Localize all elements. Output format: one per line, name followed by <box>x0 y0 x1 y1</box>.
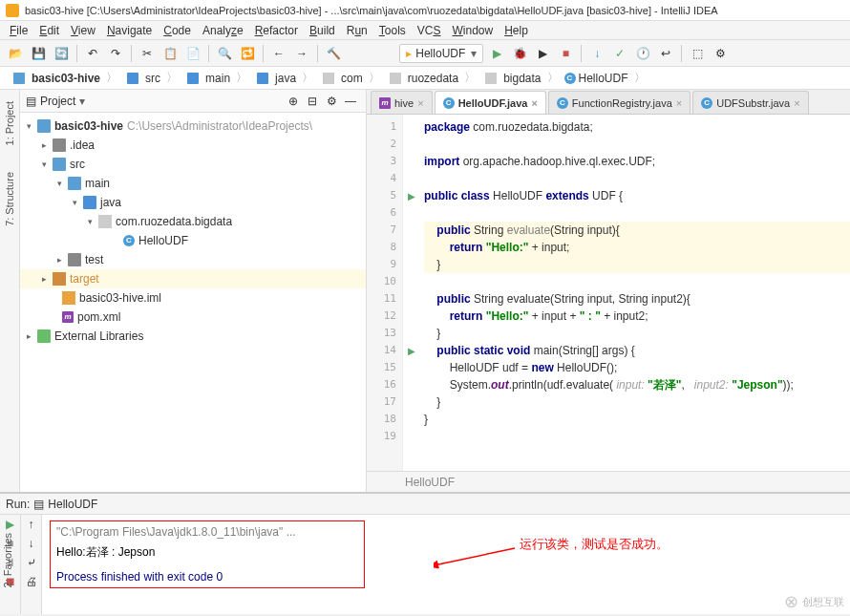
code-editor[interactable]: 12345678910111213141516171819 ▶ ▶ packag… <box>367 115 850 471</box>
menu-file[interactable]: File <box>4 22 33 39</box>
run-output-line: Hello:若泽 : Jepson <box>56 544 358 561</box>
bc-main[interactable]: main <box>180 72 234 85</box>
bc-ruoze[interactable]: ruozedata <box>382 72 462 85</box>
editor-area: mhive× CHelloUDF.java× CFunctionRegistry… <box>367 90 850 492</box>
copy-icon[interactable]: 📋 <box>160 44 180 63</box>
hide-panel-icon[interactable]: — <box>341 92 360 111</box>
menu-run[interactable]: Run <box>341 22 373 39</box>
vcs-update-icon[interactable]: ↓ <box>587 44 606 63</box>
close-icon[interactable]: × <box>531 97 537 109</box>
project-panel-header: ▤ Project ▾ ⊕ ⊟ ⚙ — <box>20 90 366 113</box>
toolbar: 📂 💾 🔄 ↶ ↷ ✂ 📋 📄 🔍 🔁 ← → 🔨 ▸ HelloUDF ▾ ▶… <box>0 40 850 67</box>
stop-button[interactable]: ■ <box>556 44 575 63</box>
soft-wrap-icon[interactable]: ⤶ <box>21 553 41 572</box>
menu-help[interactable]: Help <box>499 22 534 39</box>
app-icon <box>6 4 19 17</box>
run-toolbar-mid: ↑ ↓ ⤶ 🖨 <box>21 515 42 614</box>
bc-java[interactable]: java <box>249 72 300 85</box>
run-button[interactable]: ▶ <box>487 44 506 63</box>
bc-root[interactable]: basic03-hive <box>6 72 104 85</box>
tab-project[interactable]: 1: Project <box>2 97 17 149</box>
run-gutter-icon[interactable]: ▶ <box>408 346 415 356</box>
editor-breadcrumb: HelloUDF <box>367 471 850 492</box>
run-gutter-icon[interactable]: ▶ <box>408 191 415 202</box>
tab-helloudf[interactable]: CHelloUDF.java× <box>435 91 546 114</box>
vcs-commit-icon[interactable]: ✓ <box>610 44 629 63</box>
menu-edit[interactable]: Edit <box>33 22 65 39</box>
tab-structure[interactable]: 7: Structure <box>2 168 17 230</box>
project-tree[interactable]: ▾basic03-hiveC:\Users\Administrator\Idea… <box>20 113 366 492</box>
refresh-icon[interactable]: 🔄 <box>52 44 71 63</box>
tab-hive[interactable]: mhive× <box>371 91 433 114</box>
menu-code[interactable]: Code <box>158 22 197 39</box>
find-icon[interactable]: 🔍 <box>215 44 234 63</box>
project-panel: ▤ Project ▾ ⊕ ⊟ ⚙ — ▾basic03-hiveC:\User… <box>20 90 367 492</box>
menu-view[interactable]: View <box>65 22 101 39</box>
tab-favorites[interactable]: 2: Favorites <box>2 533 13 587</box>
debug-button[interactable]: 🐞 <box>510 44 529 63</box>
settings-icon[interactable]: ⚙ <box>711 44 730 63</box>
menu-analyze[interactable]: Analyze <box>197 22 249 39</box>
back-icon[interactable]: ← <box>269 44 288 63</box>
up-stack-icon[interactable]: ↑ <box>21 515 41 534</box>
close-icon[interactable]: × <box>794 97 799 109</box>
run-panel: Run: ▤ HelloUDF ▶ ■ ⏸ ⏹ ↑ ↓ ⤶ 🖨 "C:\Prog… <box>0 492 850 614</box>
bc-class[interactable]: CHelloUDF <box>561 72 632 85</box>
bc-bigdata[interactable]: bigdata <box>478 72 544 85</box>
menu-navigate[interactable]: Navigate <box>101 22 158 39</box>
collapse-icon[interactable]: ⊕ <box>284 92 303 111</box>
tab-functionregistry[interactable]: CFunctionRegistry.java× <box>548 91 691 114</box>
bc-com[interactable]: com <box>315 72 367 85</box>
close-icon[interactable]: × <box>417 97 423 109</box>
run-panel-header: Run: ▤ HelloUDF <box>0 494 850 515</box>
scroll-from-source-icon[interactable]: ⊟ <box>303 92 322 111</box>
svg-line-1 <box>438 548 515 564</box>
project-panel-title: Project <box>40 95 75 108</box>
structure-popup-icon[interactable]: ⬚ <box>688 44 707 63</box>
window-title: basic03-hive [C:\Users\Administrator\Ide… <box>25 5 718 16</box>
bc-src[interactable]: src <box>119 72 164 85</box>
title-bar: basic03-hive [C:\Users\Administrator\Ide… <box>0 0 850 21</box>
left-tool-strip: 1: Project 7: Structure <box>0 90 20 492</box>
replace-icon[interactable]: 🔁 <box>238 44 257 63</box>
coverage-button[interactable]: ▶ <box>533 44 552 63</box>
menu-window[interactable]: Window <box>446 22 499 39</box>
undo-icon[interactable]: ↶ <box>83 44 102 63</box>
breadcrumb: basic03-hive〉 src〉 main〉 java〉 com〉 ruoz… <box>0 67 850 90</box>
paste-icon[interactable]: 📄 <box>183 44 202 63</box>
cut-icon[interactable]: ✂ <box>138 44 157 63</box>
run-output[interactable]: "C:\Program Files\Java\jdk1.8.0_11\bin\j… <box>42 515 850 614</box>
tab-udfsubstr[interactable]: CUDFSubstr.java× <box>692 91 808 114</box>
down-stack-icon[interactable]: ↓ <box>21 534 41 553</box>
project-icon: ▤ <box>26 95 36 108</box>
build-icon[interactable]: 🔨 <box>324 44 343 63</box>
vcs-history-icon[interactable]: 🕐 <box>633 44 652 63</box>
run-exit-line: Process finished with exit code 0 <box>56 570 358 584</box>
vcs-revert-icon[interactable]: ↩ <box>656 44 675 63</box>
menu-vcs[interactable]: VCS <box>412 22 447 39</box>
watermark: ⊗创想互联 <box>784 591 844 612</box>
menu-tools[interactable]: Tools <box>373 22 412 39</box>
marker-column: ▶ ▶ <box>403 115 420 471</box>
menu-build[interactable]: Build <box>304 22 341 39</box>
run-command-line: "C:\Program Files\Java\jdk1.8.0_11\bin\j… <box>56 525 358 539</box>
run-config-name: HelloUDF <box>415 47 465 60</box>
print-icon[interactable]: 🖨 <box>21 572 41 591</box>
open-icon[interactable]: 📂 <box>6 44 25 63</box>
close-icon[interactable]: × <box>676 97 682 109</box>
panel-settings-icon[interactable]: ⚙ <box>322 92 341 111</box>
menu-bar: File Edit View Navigate Code Analyze Ref… <box>0 21 850 40</box>
redo-icon[interactable]: ↷ <box>106 44 125 63</box>
editor-tabs: mhive× CHelloUDF.java× CFunctionRegistry… <box>367 90 850 115</box>
code-body[interactable]: package com.ruozedata.bigdata; import or… <box>420 115 850 471</box>
menu-refactor[interactable]: Refactor <box>249 22 304 39</box>
run-config-label: HelloUDF <box>48 498 97 511</box>
project-view-dropdown[interactable]: ▾ <box>79 95 85 108</box>
annotation-text: 运行该类，测试是否成功。 <box>520 536 669 553</box>
save-icon[interactable]: 💾 <box>29 44 48 63</box>
run-config-select[interactable]: ▸ HelloUDF ▾ <box>399 44 483 63</box>
rerun-button[interactable]: ▶ <box>0 515 20 534</box>
run-label: Run: <box>6 498 30 511</box>
forward-icon[interactable]: → <box>292 44 311 63</box>
annotation-arrow <box>434 543 520 572</box>
